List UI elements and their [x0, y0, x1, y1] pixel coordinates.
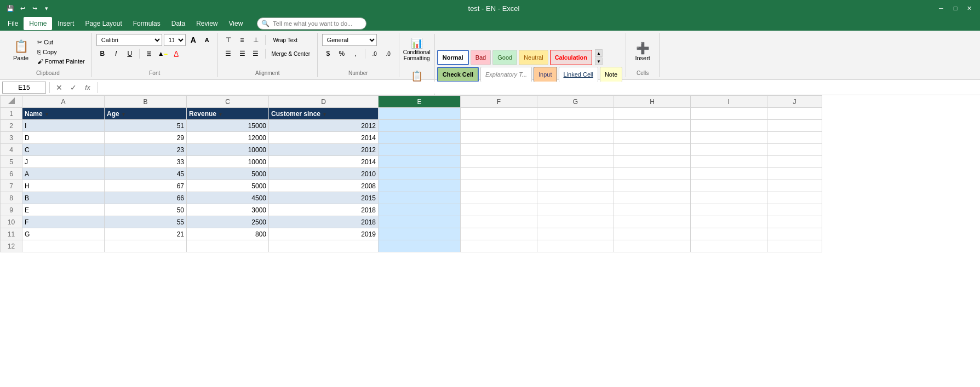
filter-arrow-age[interactable]: ▾ — [122, 112, 125, 117]
cell-e4[interactable] — [379, 144, 461, 156]
cell-g9[interactable] — [537, 204, 614, 216]
cell-h12[interactable] — [614, 240, 691, 252]
cell-e9[interactable] — [379, 204, 461, 216]
cell-a12[interactable] — [22, 240, 105, 252]
tell-me-input[interactable] — [257, 18, 366, 30]
cell-g3[interactable] — [537, 132, 614, 144]
bold-button[interactable]: B — [96, 48, 108, 60]
cell-c12[interactable] — [187, 240, 269, 252]
borders-button[interactable]: ⊞ — [143, 48, 155, 60]
cell-a4[interactable]: C — [22, 144, 105, 156]
name-box[interactable] — [2, 82, 46, 94]
cut-button[interactable]: ✂ Cut — [35, 38, 87, 47]
col-header-j[interactable]: J — [767, 96, 822, 108]
cell-i5[interactable] — [691, 156, 767, 168]
cell-a10[interactable]: F — [22, 216, 105, 228]
spreadsheet[interactable]: A B C D E F G H I J 1 Name — [0, 95, 980, 252]
cell-h5[interactable] — [614, 156, 691, 168]
col-header-a[interactable]: A — [22, 96, 105, 108]
cell-j1[interactable] — [767, 108, 822, 120]
font-family-select[interactable]: Calibri — [96, 34, 162, 46]
restore-button[interactable]: □ — [950, 3, 960, 13]
style-neutral[interactable]: Neutral — [519, 50, 548, 65]
cell-d9[interactable]: 2018 — [269, 204, 379, 216]
cell-a7[interactable]: H — [22, 180, 105, 192]
minimize-button[interactable]: ─ — [936, 3, 946, 13]
row-header-9[interactable]: 9 — [1, 204, 22, 216]
col-header-i[interactable]: I — [691, 96, 767, 108]
align-left-button[interactable]: ☰ — [222, 48, 234, 60]
cell-h8[interactable] — [614, 192, 691, 204]
cell-a11[interactable]: G — [22, 228, 105, 240]
cell-g2[interactable] — [537, 120, 614, 132]
undo-button[interactable]: ↩ — [18, 3, 27, 13]
cell-j2[interactable] — [767, 120, 822, 132]
cell-d7[interactable]: 2008 — [269, 180, 379, 192]
customize-qat-button[interactable]: ▾ — [42, 3, 51, 13]
cell-h4[interactable] — [614, 144, 691, 156]
cell-c8[interactable]: 4500 — [187, 192, 269, 204]
cell-e1[interactable] — [379, 108, 461, 120]
style-calculation[interactable]: Calculation — [550, 50, 592, 65]
formula-input[interactable] — [101, 82, 978, 94]
cell-b1[interactable]: Age ▾ — [105, 108, 187, 120]
style-normal[interactable]: Normal — [437, 50, 469, 65]
cell-f8[interactable] — [461, 192, 537, 204]
cell-i4[interactable] — [691, 144, 767, 156]
comma-button[interactable]: , — [349, 48, 362, 60]
cell-d5[interactable]: 2014 — [269, 156, 379, 168]
cell-e8[interactable] — [379, 192, 461, 204]
cell-c3[interactable]: 12000 — [187, 132, 269, 144]
cell-g4[interactable] — [537, 144, 614, 156]
format-painter-button[interactable]: 🖌 Format Painter — [35, 57, 87, 66]
cell-f2[interactable] — [461, 120, 537, 132]
underline-button[interactable]: U — [124, 48, 136, 60]
tab-file[interactable]: File — [2, 17, 24, 30]
style-explanatory[interactable]: Explanatory T... — [480, 67, 532, 82]
cell-i1[interactable] — [691, 108, 767, 120]
cell-f10[interactable] — [461, 216, 537, 228]
cell-b9[interactable]: 50 — [105, 204, 187, 216]
cell-c6[interactable]: 5000 — [187, 168, 269, 180]
cancel-formula-button[interactable]: ✕ — [53, 82, 65, 94]
cell-j8[interactable] — [767, 192, 822, 204]
merge-center-button[interactable]: Merge & Center — [269, 48, 313, 60]
cell-i2[interactable] — [691, 120, 767, 132]
cell-e2[interactable] — [379, 120, 461, 132]
cell-h9[interactable] — [614, 204, 691, 216]
col-header-g[interactable]: G — [537, 96, 614, 108]
cell-j10[interactable] — [767, 216, 822, 228]
cell-g1[interactable] — [537, 108, 614, 120]
tab-formulas[interactable]: Formulas — [128, 17, 166, 30]
cell-g10[interactable] — [537, 216, 614, 228]
cell-b5[interactable]: 33 — [105, 156, 187, 168]
save-button[interactable]: 💾 — [5, 3, 15, 13]
filter-arrow-customer[interactable]: ▾ — [323, 112, 326, 117]
cell-j6[interactable] — [767, 168, 822, 180]
cell-a9[interactable]: E — [22, 204, 105, 216]
cell-b11[interactable]: 21 — [105, 228, 187, 240]
close-button[interactable]: ✕ — [965, 3, 975, 13]
tab-view[interactable]: View — [223, 17, 249, 30]
cell-h11[interactable] — [614, 228, 691, 240]
styles-scroll-up[interactable]: ▲ — [595, 49, 603, 57]
cell-e5[interactable] — [379, 156, 461, 168]
filter-arrow-revenue[interactable]: ▾ — [219, 112, 222, 117]
number-format-select[interactable]: General — [322, 34, 377, 46]
style-bad[interactable]: Bad — [471, 50, 491, 65]
cell-b10[interactable]: 55 — [105, 216, 187, 228]
cell-j7[interactable] — [767, 180, 822, 192]
row-header-3[interactable]: 3 — [1, 132, 22, 144]
align-middle-button[interactable]: ≡ — [236, 34, 248, 46]
cell-a8[interactable]: B — [22, 192, 105, 204]
col-header-h[interactable]: H — [614, 96, 691, 108]
cell-g8[interactable] — [537, 192, 614, 204]
cell-g7[interactable] — [537, 180, 614, 192]
col-header-b[interactable]: B — [105, 96, 187, 108]
italic-button[interactable]: I — [110, 48, 122, 60]
cell-c1[interactable]: Revenue ▾ — [187, 108, 269, 120]
tab-review[interactable]: Review — [191, 17, 223, 30]
row-header-4[interactable]: 4 — [1, 144, 22, 156]
cell-f1[interactable] — [461, 108, 537, 120]
cell-i12[interactable] — [691, 240, 767, 252]
